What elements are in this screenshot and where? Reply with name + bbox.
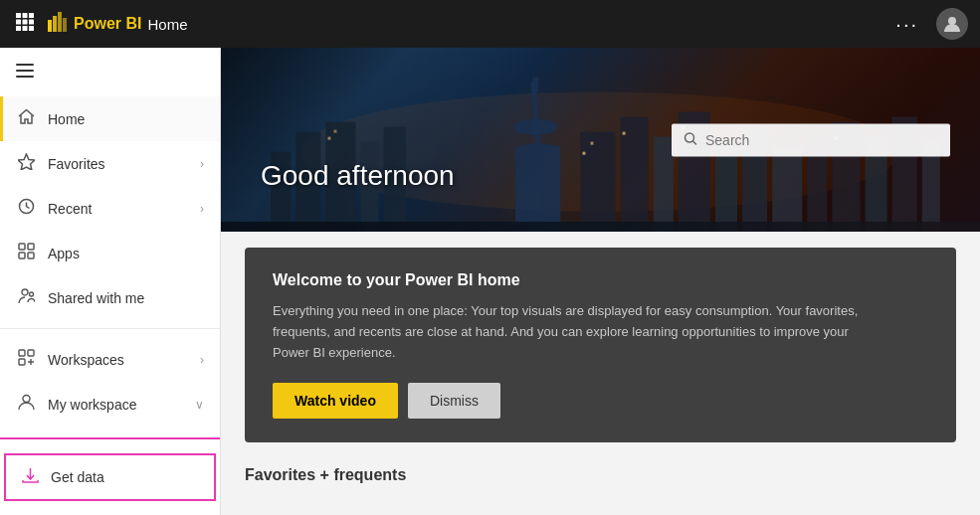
workspaces-icon	[16, 349, 36, 370]
hero-banner: Good afternoon	[221, 48, 980, 232]
clock-icon	[16, 198, 36, 219]
app-logo	[48, 12, 68, 36]
get-data-icon	[22, 467, 39, 487]
svg-rect-9	[48, 20, 52, 32]
get-data-label: Get data	[51, 469, 104, 485]
sidebar-label-my-workspace: My workspace	[48, 397, 183, 413]
svg-rect-1	[23, 13, 28, 18]
sidebar-nav: Home Favorites ›	[0, 96, 220, 437]
svg-rect-3	[16, 19, 21, 24]
sidebar-item-shared[interactable]: Shared with me	[0, 275, 220, 320]
sidebar-bottom: Get data	[0, 437, 220, 515]
sidebar: Home Favorites ›	[0, 48, 221, 515]
search-input[interactable]	[705, 132, 938, 148]
svg-marker-17	[18, 154, 35, 170]
my-workspace-chevron-icon: ∨	[195, 398, 204, 412]
nav-divider	[0, 328, 220, 329]
sidebar-item-home[interactable]: Home	[0, 96, 220, 141]
sidebar-item-apps[interactable]: Apps	[0, 231, 220, 275]
hero-search-box[interactable]	[672, 123, 950, 156]
more-options-button[interactable]: ···	[887, 9, 926, 40]
dismiss-button[interactable]: Dismiss	[408, 383, 500, 419]
favorites-chevron-icon: ›	[200, 157, 204, 171]
svg-rect-22	[28, 253, 34, 258]
svg-rect-20	[28, 244, 34, 250]
sidebar-item-workspaces[interactable]: Workspaces ›	[0, 337, 220, 382]
svg-rect-19	[19, 244, 25, 250]
star-icon	[16, 153, 36, 174]
svg-rect-25	[19, 350, 25, 356]
search-icon	[684, 131, 697, 148]
svg-rect-10	[53, 16, 57, 32]
svg-rect-12	[63, 18, 67, 32]
sidebar-label-shared: Shared with me	[48, 290, 204, 306]
get-data-button[interactable]: Get data	[4, 453, 216, 501]
content-area: Good afternoon Welcome to your Power BI …	[221, 48, 980, 515]
svg-rect-5	[29, 19, 34, 24]
svg-rect-0	[16, 13, 21, 18]
person-workspace-icon	[16, 394, 36, 415]
sidebar-label-workspaces: Workspaces	[48, 352, 188, 368]
svg-rect-15	[16, 70, 34, 72]
sidebar-label-apps: Apps	[48, 246, 204, 261]
svg-point-59	[686, 133, 694, 142]
svg-rect-16	[16, 76, 34, 78]
app-name: Power BI	[74, 15, 141, 33]
watch-video-button[interactable]: Watch video	[273, 383, 398, 419]
welcome-actions: Watch video Dismiss	[273, 383, 928, 419]
svg-point-13	[948, 17, 956, 25]
svg-rect-14	[16, 64, 34, 66]
user-avatar[interactable]	[936, 8, 968, 40]
svg-point-28	[23, 396, 30, 403]
hamburger-button[interactable]	[0, 48, 220, 96]
main-layout: Home Favorites ›	[0, 48, 980, 515]
brand: Power BI Home	[48, 12, 187, 36]
sidebar-item-my-workspace[interactable]: My workspace ∨	[0, 382, 220, 427]
share-person-icon	[16, 287, 36, 308]
svg-rect-11	[58, 12, 62, 32]
page-title: Home	[147, 16, 187, 33]
sidebar-item-favorites[interactable]: Favorites ›	[0, 141, 220, 186]
sidebar-label-home: Home	[48, 111, 204, 127]
svg-rect-27	[19, 359, 25, 365]
welcome-title: Welcome to your Power BI home	[273, 271, 928, 289]
workspaces-chevron-icon: ›	[200, 353, 204, 367]
welcome-body: Everything you need in one place: Your t…	[273, 301, 870, 363]
apps-grid-icon[interactable]	[12, 9, 38, 40]
apps-icon	[16, 243, 36, 263]
svg-rect-21	[19, 253, 25, 258]
svg-point-24	[29, 292, 33, 296]
svg-rect-6	[16, 26, 21, 31]
sidebar-item-recent[interactable]: Recent ›	[0, 186, 220, 231]
svg-rect-7	[23, 26, 28, 31]
topbar: Power BI Home ···	[0, 0, 980, 48]
welcome-card: Welcome to your Power BI home Everything…	[245, 248, 956, 442]
svg-rect-26	[28, 350, 34, 356]
svg-point-23	[22, 289, 28, 295]
svg-rect-4	[23, 19, 28, 24]
hero-greeting: Good afternoon	[261, 160, 455, 192]
home-icon	[16, 108, 36, 129]
favorites-section-header: Favorites + frequents	[221, 458, 980, 496]
sidebar-label-recent: Recent	[48, 201, 188, 217]
svg-rect-8	[29, 26, 34, 31]
svg-rect-2	[29, 13, 34, 18]
svg-line-60	[693, 141, 697, 145]
recent-chevron-icon: ›	[200, 202, 204, 216]
sidebar-label-favorites: Favorites	[48, 156, 188, 172]
